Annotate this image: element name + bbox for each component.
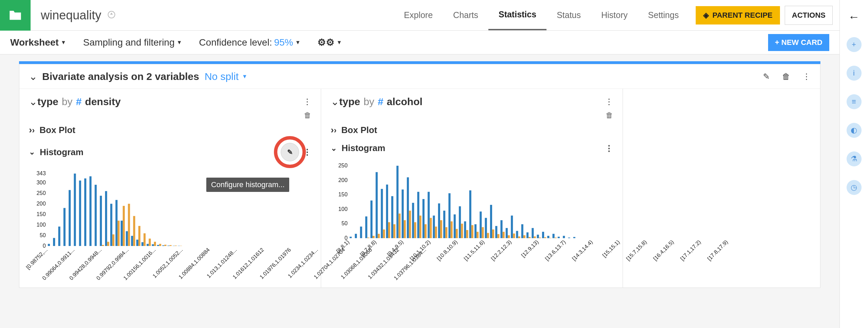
- svg-rect-135: [376, 172, 378, 238]
- more-icon[interactable]: ⋮: [303, 97, 311, 106]
- nav-tabs: Explore Charts Statistics Status History…: [394, 0, 833, 30]
- dataset-icon[interactable]: [0, 0, 31, 31]
- panel-header: ⌄ type by # alcohol ⋮: [321, 89, 623, 108]
- section-actions: ✎ 🗑 ⋮: [763, 72, 811, 81]
- rail-clock-icon[interactable]: ◷: [847, 180, 862, 195]
- tab-explore[interactable]: Explore: [394, 0, 443, 30]
- panel-type-label: type: [339, 96, 360, 108]
- confidence-value: 95%: [274, 37, 293, 48]
- back-arrow-icon[interactable]: ←: [848, 10, 860, 23]
- svg-rect-23: [121, 220, 123, 246]
- svg-rect-133: [365, 216, 367, 238]
- panel-variable: alcohol: [387, 96, 422, 108]
- boxplot-label: Box Plot: [39, 125, 75, 135]
- more-icon[interactable]: ⋮: [605, 144, 613, 153]
- configure-histogram-button[interactable]: ✎: [281, 143, 299, 161]
- chevron-down-icon[interactable]: ⌄: [29, 148, 35, 157]
- svg-rect-208: [497, 234, 499, 238]
- svg-rect-11: [58, 227, 60, 246]
- svg-text:[0.98752,...: [0.98752,...: [25, 246, 49, 270]
- svg-rect-193: [419, 216, 421, 238]
- rail-list-icon[interactable]: ≡: [847, 94, 862, 109]
- svg-text:[10.8,10.9): [10.8,10.9): [436, 239, 459, 262]
- chevron-down-icon[interactable]: ⌄: [331, 144, 337, 153]
- panel-alcohol: ⌄ type by # alcohol ⋮ 🗑 ›: [321, 89, 623, 288]
- svg-rect-143: [417, 192, 419, 238]
- svg-rect-27: [141, 242, 143, 246]
- svg-rect-161: [511, 216, 513, 238]
- parent-recipe-button[interactable]: ◈ PARENT RECIPE: [696, 6, 780, 24]
- svg-rect-30: [157, 245, 159, 246]
- gears-icon: ⚙⚙: [317, 37, 334, 48]
- more-icon[interactable]: ⋮: [303, 147, 311, 157]
- svg-rect-70: [107, 242, 109, 246]
- svg-text:[12.2,12.3): [12.2,12.3): [490, 239, 513, 262]
- trash-icon[interactable]: 🗑: [606, 111, 613, 120]
- boxplot-toggle[interactable]: › Box Plot: [321, 120, 623, 140]
- sampling-dropdown[interactable]: Sampling and filtering▼: [83, 37, 182, 48]
- svg-rect-214: [528, 237, 531, 238]
- svg-rect-158: [495, 226, 497, 238]
- svg-rect-172: [568, 237, 570, 238]
- svg-rect-140: [402, 190, 404, 238]
- chevron-down-icon[interactable]: ⌄: [331, 96, 339, 108]
- trash-icon[interactable]: 🗑: [304, 111, 311, 120]
- rail-lab-icon[interactable]: ⚗: [847, 151, 862, 166]
- confidence-label: Confidence level:: [199, 37, 272, 48]
- more-icon[interactable]: ⋮: [802, 72, 811, 81]
- section-title: Bivariate analysis on 2 variables: [42, 71, 199, 82]
- svg-rect-12: [64, 208, 66, 246]
- svg-rect-153: [469, 190, 471, 238]
- hash-icon: #: [378, 96, 383, 108]
- svg-rect-32: [168, 246, 170, 246]
- rail-info-icon[interactable]: i: [847, 66, 862, 81]
- svg-rect-219: [555, 237, 557, 238]
- svg-rect-131: [355, 234, 357, 238]
- svg-text:250: 250: [338, 162, 348, 168]
- new-card-button[interactable]: + NEW CARD: [768, 34, 829, 51]
- tab-statistics[interactable]: Statistics: [488, 0, 546, 30]
- tab-history[interactable]: History: [591, 0, 638, 30]
- svg-rect-31: [162, 245, 164, 246]
- layers-icon: ◈: [703, 11, 709, 20]
- worksheet-dropdown[interactable]: Worksheet▼: [10, 37, 66, 48]
- svg-rect-145: [428, 192, 430, 238]
- svg-rect-188: [393, 224, 395, 238]
- panel-density: ⌄ type by # density ⋮ 🗑 ›: [19, 89, 321, 288]
- hash-icon: #: [76, 96, 82, 108]
- svg-text:[11.5,11.6): [11.5,11.6): [463, 239, 486, 262]
- svg-rect-210: [508, 235, 510, 238]
- svg-rect-33: [173, 246, 175, 246]
- rail-plus-icon[interactable]: +: [847, 37, 862, 52]
- edit-icon[interactable]: ✎: [763, 72, 770, 81]
- svg-rect-134: [370, 200, 372, 238]
- chevron-down-icon[interactable]: ⌄: [29, 70, 37, 82]
- svg-rect-14: [74, 174, 76, 246]
- svg-rect-150: [454, 214, 456, 238]
- confidence-dropdown[interactable]: Confidence level: 95% ▼: [199, 37, 301, 48]
- rail-comment-icon[interactable]: ◐: [847, 123, 862, 138]
- boxplot-toggle[interactable]: › Box Plot: [19, 120, 321, 140]
- refresh-icon[interactable]: [107, 11, 116, 20]
- svg-rect-19: [100, 196, 102, 246]
- topbar: winequality Explore Charts Statistics St…: [0, 0, 839, 31]
- tab-settings[interactable]: Settings: [638, 0, 689, 30]
- svg-rect-81: [164, 245, 167, 246]
- tab-charts[interactable]: Charts: [443, 0, 488, 30]
- chevron-down-icon[interactable]: ⌄: [29, 96, 37, 108]
- split-label: No split: [205, 71, 239, 82]
- split-dropdown[interactable]: No split ▼: [205, 71, 247, 82]
- svg-rect-217: [544, 237, 546, 238]
- svg-rect-29: [152, 244, 154, 246]
- more-icon[interactable]: ⋮: [605, 97, 613, 106]
- svg-rect-79: [154, 242, 156, 246]
- svg-text:[14.3,14.4): [14.3,14.4): [571, 239, 594, 262]
- actions-button[interactable]: ACTIONS: [785, 6, 833, 25]
- trash-icon[interactable]: 🗑: [782, 72, 790, 81]
- parent-recipe-label: PARENT RECIPE: [712, 11, 772, 20]
- tab-status[interactable]: Status: [546, 0, 591, 30]
- svg-rect-78: [149, 239, 151, 246]
- svg-rect-149: [448, 193, 450, 238]
- gear-dropdown[interactable]: ⚙⚙▼: [317, 37, 342, 48]
- svg-text:200: 200: [338, 177, 348, 183]
